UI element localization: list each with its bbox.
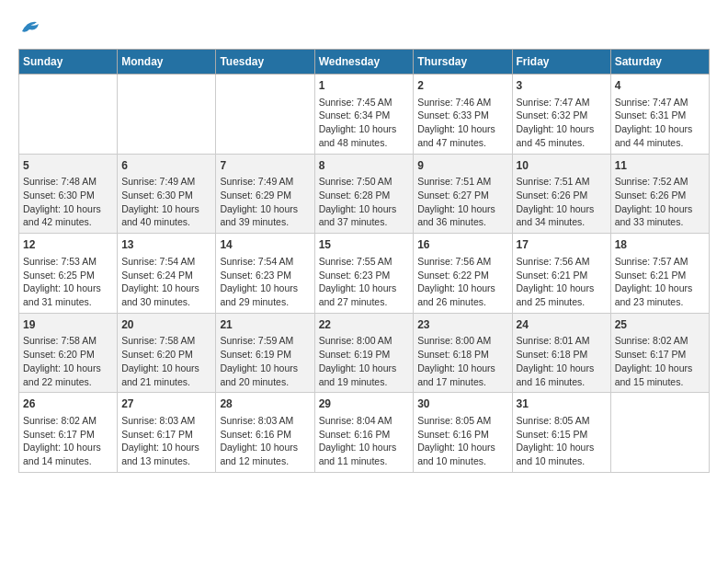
weekday-header-wednesday: Wednesday bbox=[314, 50, 414, 75]
sunset-text: Sunset: 6:16 PM bbox=[220, 429, 291, 440]
daylight-text: Daylight: 10 hours and 17 minutes. bbox=[417, 362, 495, 387]
day-number: 21 bbox=[220, 317, 310, 333]
week-row-4: 19Sunrise: 7:58 AMSunset: 6:20 PMDayligh… bbox=[19, 313, 710, 393]
sunrise-text: Sunrise: 7:51 AM bbox=[517, 176, 590, 187]
sunrise-text: Sunrise: 7:56 AM bbox=[417, 256, 491, 267]
sunset-text: Sunset: 6:20 PM bbox=[121, 349, 193, 360]
daylight-text: Daylight: 10 hours and 22 minutes. bbox=[23, 362, 101, 387]
calendar-cell bbox=[19, 75, 118, 155]
daylight-text: Daylight: 10 hours and 42 minutes. bbox=[23, 203, 101, 228]
calendar-cell: 10Sunrise: 7:51 AMSunset: 6:26 PMDayligh… bbox=[512, 154, 610, 234]
calendar-cell: 9Sunrise: 7:51 AMSunset: 6:27 PMDaylight… bbox=[414, 154, 512, 234]
sunrise-text: Sunrise: 7:47 AM bbox=[615, 97, 688, 108]
daylight-text: Daylight: 10 hours and 30 minutes. bbox=[121, 282, 199, 307]
calendar-cell: 3Sunrise: 7:47 AMSunset: 6:32 PMDaylight… bbox=[512, 75, 610, 155]
sunset-text: Sunset: 6:25 PM bbox=[23, 270, 95, 281]
calendar-cell: 12Sunrise: 7:53 AMSunset: 6:25 PMDayligh… bbox=[19, 234, 118, 314]
daylight-text: Daylight: 10 hours and 27 minutes. bbox=[319, 282, 397, 307]
day-number: 23 bbox=[417, 317, 507, 333]
calendar-cell bbox=[216, 75, 314, 155]
calendar-cell bbox=[610, 393, 709, 473]
calendar-cell: 29Sunrise: 8:04 AMSunset: 6:16 PMDayligh… bbox=[314, 393, 414, 473]
sunrise-text: Sunrise: 7:55 AM bbox=[319, 256, 392, 267]
daylight-text: Daylight: 10 hours and 29 minutes. bbox=[220, 282, 298, 307]
sunset-text: Sunset: 6:21 PM bbox=[615, 270, 687, 281]
daylight-text: Daylight: 10 hours and 36 minutes. bbox=[417, 203, 495, 228]
sunrise-text: Sunrise: 7:53 AM bbox=[23, 256, 97, 267]
daylight-text: Daylight: 10 hours and 37 minutes. bbox=[319, 203, 397, 228]
daylight-text: Daylight: 10 hours and 16 minutes. bbox=[517, 362, 595, 387]
calendar-cell: 25Sunrise: 8:02 AMSunset: 6:17 PMDayligh… bbox=[610, 313, 709, 393]
weekday-header-thursday: Thursday bbox=[414, 50, 512, 75]
day-number: 7 bbox=[220, 158, 310, 174]
sunrise-text: Sunrise: 7:54 AM bbox=[121, 256, 195, 267]
calendar-cell: 14Sunrise: 7:54 AMSunset: 6:23 PMDayligh… bbox=[216, 234, 314, 314]
day-number: 6 bbox=[121, 158, 211, 174]
calendar-cell: 26Sunrise: 8:02 AMSunset: 6:17 PMDayligh… bbox=[19, 393, 118, 473]
daylight-text: Daylight: 10 hours and 25 minutes. bbox=[517, 282, 595, 307]
sunrise-text: Sunrise: 7:49 AM bbox=[220, 176, 293, 187]
sunset-text: Sunset: 6:16 PM bbox=[319, 429, 391, 440]
sunset-text: Sunset: 6:16 PM bbox=[417, 429, 489, 440]
sunrise-text: Sunrise: 8:03 AM bbox=[220, 415, 293, 426]
day-number: 8 bbox=[319, 158, 410, 174]
day-number: 17 bbox=[517, 237, 607, 253]
daylight-text: Daylight: 10 hours and 48 minutes. bbox=[319, 123, 397, 148]
day-number: 29 bbox=[319, 396, 410, 412]
sunset-text: Sunset: 6:28 PM bbox=[319, 190, 391, 201]
sunrise-text: Sunrise: 8:00 AM bbox=[417, 335, 491, 346]
calendar-table: SundayMondayTuesdayWednesdayThursdayFrid… bbox=[18, 49, 710, 473]
sunrise-text: Sunrise: 7:56 AM bbox=[517, 256, 590, 267]
sunset-text: Sunset: 6:23 PM bbox=[220, 270, 291, 281]
day-number: 19 bbox=[23, 317, 113, 333]
calendar-cell: 30Sunrise: 8:05 AMSunset: 6:16 PMDayligh… bbox=[414, 393, 512, 473]
calendar-cell: 11Sunrise: 7:52 AMSunset: 6:26 PMDayligh… bbox=[610, 154, 709, 234]
calendar-cell: 16Sunrise: 7:56 AMSunset: 6:22 PMDayligh… bbox=[414, 234, 512, 314]
sunrise-text: Sunrise: 8:02 AM bbox=[615, 335, 688, 346]
calendar-cell: 24Sunrise: 8:01 AMSunset: 6:18 PMDayligh… bbox=[512, 313, 610, 393]
day-number: 5 bbox=[23, 158, 113, 174]
week-row-2: 5Sunrise: 7:48 AMSunset: 6:30 PMDaylight… bbox=[19, 154, 710, 234]
sunset-text: Sunset: 6:30 PM bbox=[121, 190, 193, 201]
weekday-header-row: SundayMondayTuesdayWednesdayThursdayFrid… bbox=[19, 50, 710, 75]
daylight-text: Daylight: 10 hours and 11 minutes. bbox=[319, 442, 397, 466]
calendar-cell: 28Sunrise: 8:03 AMSunset: 6:16 PMDayligh… bbox=[216, 393, 314, 473]
sunrise-text: Sunrise: 7:57 AM bbox=[615, 256, 688, 267]
calendar-cell: 22Sunrise: 8:00 AMSunset: 6:19 PMDayligh… bbox=[314, 313, 414, 393]
sunset-text: Sunset: 6:17 PM bbox=[23, 429, 95, 440]
day-number: 2 bbox=[417, 78, 507, 94]
week-row-1: 1Sunrise: 7:45 AMSunset: 6:34 PMDaylight… bbox=[19, 75, 710, 155]
weekday-header-saturday: Saturday bbox=[610, 50, 709, 75]
daylight-text: Daylight: 10 hours and 33 minutes. bbox=[615, 203, 693, 228]
day-number: 11 bbox=[615, 158, 705, 174]
daylight-text: Daylight: 10 hours and 31 minutes. bbox=[23, 282, 101, 307]
sunset-text: Sunset: 6:19 PM bbox=[319, 349, 391, 360]
day-number: 25 bbox=[615, 317, 705, 333]
sunrise-text: Sunrise: 7:59 AM bbox=[220, 335, 293, 346]
calendar-cell: 21Sunrise: 7:59 AMSunset: 6:19 PMDayligh… bbox=[216, 313, 314, 393]
calendar-cell: 4Sunrise: 7:47 AMSunset: 6:31 PMDaylight… bbox=[610, 75, 709, 155]
daylight-text: Daylight: 10 hours and 44 minutes. bbox=[615, 123, 693, 148]
day-number: 20 bbox=[121, 317, 211, 333]
sunset-text: Sunset: 6:19 PM bbox=[220, 349, 291, 360]
calendar-cell: 6Sunrise: 7:49 AMSunset: 6:30 PMDaylight… bbox=[118, 154, 216, 234]
sunset-text: Sunset: 6:17 PM bbox=[615, 349, 687, 360]
sunrise-text: Sunrise: 7:51 AM bbox=[417, 176, 491, 187]
calendar-cell: 17Sunrise: 7:56 AMSunset: 6:21 PMDayligh… bbox=[512, 234, 610, 314]
sunrise-text: Sunrise: 7:46 AM bbox=[417, 97, 491, 108]
sunset-text: Sunset: 6:34 PM bbox=[319, 109, 391, 121]
daylight-text: Daylight: 10 hours and 26 minutes. bbox=[417, 282, 495, 307]
daylight-text: Daylight: 10 hours and 10 minutes. bbox=[517, 442, 595, 466]
daylight-text: Daylight: 10 hours and 34 minutes. bbox=[517, 203, 595, 228]
sunset-text: Sunset: 6:18 PM bbox=[517, 349, 588, 360]
sunset-text: Sunset: 6:23 PM bbox=[319, 270, 391, 281]
day-number: 31 bbox=[517, 396, 607, 412]
day-number: 16 bbox=[417, 237, 507, 253]
calendar-cell: 7Sunrise: 7:49 AMSunset: 6:29 PMDaylight… bbox=[216, 154, 314, 234]
sunset-text: Sunset: 6:33 PM bbox=[417, 109, 489, 121]
daylight-text: Daylight: 10 hours and 23 minutes. bbox=[615, 282, 693, 307]
daylight-text: Daylight: 10 hours and 13 minutes. bbox=[121, 442, 199, 466]
sunset-text: Sunset: 6:26 PM bbox=[615, 190, 687, 201]
sunset-text: Sunset: 6:18 PM bbox=[417, 349, 489, 360]
sunset-text: Sunset: 6:22 PM bbox=[417, 270, 489, 281]
